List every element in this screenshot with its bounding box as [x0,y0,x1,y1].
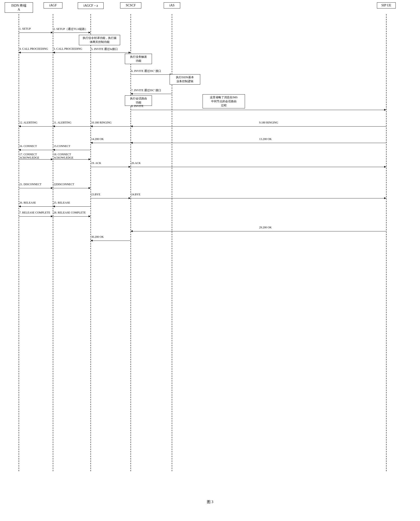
label-8: 8. INVITE [131,104,143,108]
label-26: 26. RELEASE [19,201,36,204]
label-22: 22DISCONNECT [53,183,74,186]
message-22 [53,186,90,190]
annotation-2: 执行业务触发功能 [125,54,152,64]
message-23 [91,196,130,200]
message-21 [19,186,53,190]
message-4 [19,51,53,54]
lifeline-iagf [53,14,53,471]
label-29: 29.200 OK [259,226,272,229]
message-27 [19,214,53,218]
message-13 [131,141,386,145]
label-6: 6. INVITE 通过ISC' 接口 [131,69,161,73]
participant-iagcfa: iAGCF－a [78,2,104,9]
label-7: 7. INVITE 通过ISC' 接口 [131,88,161,92]
label-1: 1. SETUP [19,27,31,31]
lifeline-iagcfa [90,14,91,471]
label-9: 9.180 RINGING [259,121,278,124]
message-1 [19,31,53,34]
label-18: 18. CONNECTACKOWLEDGE [53,153,74,159]
lifeline-sipue [386,14,387,471]
label-27: 7. RELEASE COMPLETE [19,211,50,214]
label-28: 28. RELEASE COMPLETE [53,211,86,214]
message-24 [131,196,386,200]
annotation-5: 这里省略了消息在IMS中间节点的会话路由过程 [202,94,245,108]
sequence-diagram: ISDN 终端A iAGF iAGCF－a SCSCF iAS SIP UE 1… [0,0,420,495]
message-2 [53,31,90,34]
label-3: 3. CALL PROCEEDING [53,47,82,51]
lifeline-isdn [19,14,19,471]
participant-isdn: ISDN 终端A [5,2,33,13]
message-7 [131,92,172,96]
participant-iagf: iAGF [44,2,62,8]
participant-sipue: SIP UE [377,2,396,8]
label-5: 5. INVITE 通过Iu接口 [91,47,118,51]
message-16 [19,148,53,152]
label-14: 14.200 OK [91,137,104,141]
message-30 [91,239,130,242]
label-21: 21. DISCONNECT [19,183,41,186]
label-17: 17. CONNECTACKOWLEDGE [19,153,39,159]
label-25: 25. RELEASE [53,201,70,204]
label-11: 11. ALERTING [53,121,71,124]
label-4: 4. CALL PROCEEDING [19,47,48,51]
label-19: 19. ACK [91,161,101,165]
label-24: 24.BYE [131,193,140,196]
label-2: 2. SETUP（通过TUA链路） [53,27,88,31]
message-5 [91,51,130,54]
message-15 [53,148,90,152]
message-3 [53,51,90,54]
message-9 [131,124,386,128]
figure-caption: 图 3 [0,499,420,512]
lifeline-scscf [130,14,131,471]
message-25 [53,204,90,208]
message-12 [19,124,53,128]
message-28 [53,214,90,218]
participant-scscf: SCSCF [120,2,141,8]
message-8 [131,108,386,112]
message-29 [131,229,386,233]
message-19 [91,165,130,169]
message-20 [131,165,386,169]
message-6 [131,73,172,76]
label-16: 16. CONNECT [19,144,37,148]
label-13: 13.200 OK [259,137,272,141]
message-26 [19,204,53,208]
label-10: 10.180 RINGING [91,121,112,124]
label-30: 30.200 OK [91,235,104,239]
message-10 [91,124,130,128]
message-11 [53,124,90,128]
label-12: 12. ALERTING [19,121,38,124]
label-20: 20.ACK [131,161,141,165]
label-23: 23.BYE [91,193,100,196]
annotation-3: 执行ISDN基本业务控制逻辑 [170,74,200,85]
annotation-1: 执行信令转译功能，执行媒体网关控制功能 [79,35,120,45]
participant-ias: iAS [164,2,180,8]
message-14 [91,141,130,145]
label-15: 15.CONNECT [53,144,70,148]
